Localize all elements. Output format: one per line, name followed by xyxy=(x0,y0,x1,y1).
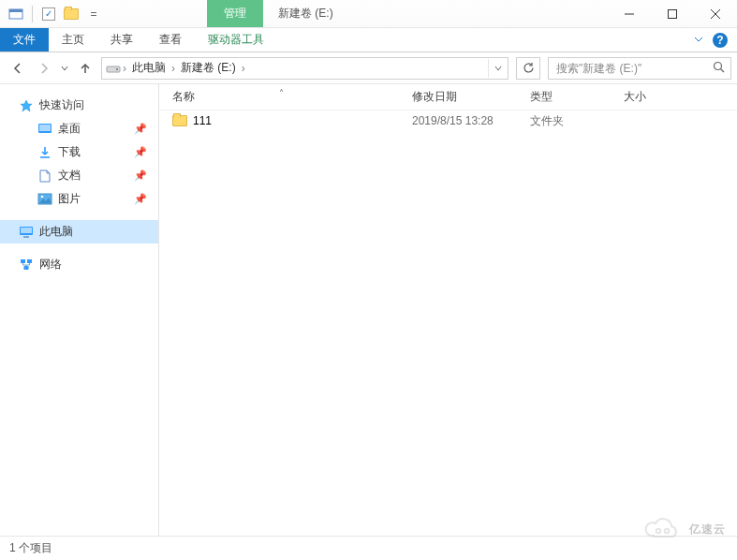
item-date: 2019/8/15 13:28 xyxy=(399,114,517,127)
properties-checkbox-icon[interactable]: ✓ xyxy=(38,4,59,24)
col-name-label: 名称 xyxy=(172,90,195,103)
qat-dropdown-icon[interactable]: = xyxy=(83,4,104,24)
nav-this-pc[interactable]: 此电脑 xyxy=(0,220,158,243)
col-date[interactable]: 修改日期 xyxy=(399,89,517,105)
nav-desktop[interactable]: 桌面 📌 xyxy=(0,117,158,140)
svg-rect-18 xyxy=(21,228,32,233)
nav-label: 此电脑 xyxy=(39,224,73,240)
nav-label: 图片 xyxy=(58,191,81,207)
column-headers: 名称 ˄ 修改日期 类型 大小 xyxy=(159,84,737,111)
nav-label: 桌面 xyxy=(58,121,81,137)
nav-quick-access[interactable]: 快速访问 xyxy=(0,94,158,117)
svg-rect-13 xyxy=(39,125,51,131)
tab-home[interactable]: 主页 xyxy=(49,28,97,52)
svg-rect-20 xyxy=(21,259,25,263)
minimize-button[interactable] xyxy=(608,0,651,28)
ribbon-expand-icon[interactable] xyxy=(694,34,703,47)
refresh-button[interactable] xyxy=(516,57,540,80)
sort-indicator-icon: ˄ xyxy=(279,88,284,98)
help-icon[interactable]: ? xyxy=(713,33,728,48)
pin-icon: 📌 xyxy=(134,169,147,182)
nav-network[interactable]: 网络 xyxy=(0,253,158,276)
nav-label: 网络 xyxy=(39,257,62,273)
titlebar: ✓ = 管理 新建卷 (E:) xyxy=(0,0,737,28)
svg-point-9 xyxy=(715,62,722,69)
navigation-pane: 快速访问 桌面 📌 下载 📌 xyxy=(0,84,159,536)
content-pane: 名称 ˄ 修改日期 类型 大小 111 2019/8/15 13:28 文件夹 xyxy=(159,84,737,536)
explorer-body: 快速访问 桌面 📌 下载 📌 xyxy=(0,84,737,536)
tab-view[interactable]: 查看 xyxy=(146,28,195,52)
svg-rect-1 xyxy=(9,9,22,12)
list-item[interactable]: 111 2019/8/15 13:28 文件夹 xyxy=(159,111,737,131)
recent-locations-dropdown[interactable] xyxy=(58,65,71,72)
item-type: 文件夹 xyxy=(517,113,611,129)
window-controls xyxy=(608,0,737,28)
svg-point-16 xyxy=(41,196,44,199)
breadcrumb[interactable]: › 此电脑 › 新建卷 (E:) › xyxy=(101,57,509,80)
watermark-text: 亿速云 xyxy=(689,522,726,538)
svg-rect-21 xyxy=(27,259,32,263)
status-bar: 1 个项目 xyxy=(0,536,737,560)
tab-drive-tools[interactable]: 驱动器工具 xyxy=(195,28,277,52)
watermark: 亿速云 xyxy=(642,517,726,541)
svg-point-23 xyxy=(656,529,661,534)
downloads-icon xyxy=(37,145,52,160)
breadcrumb-current[interactable]: 新建卷 (E:) xyxy=(177,60,240,76)
svg-marker-11 xyxy=(21,100,32,111)
file-list[interactable]: 111 2019/8/15 13:28 文件夹 xyxy=(159,111,737,536)
tab-file[interactable]: 文件 xyxy=(0,28,49,52)
pictures-icon xyxy=(37,192,52,207)
contextual-tab-label: 管理 xyxy=(207,0,263,27)
close-button[interactable] xyxy=(694,0,737,28)
window-title: 新建卷 (E:) xyxy=(263,0,348,27)
pin-icon: 📌 xyxy=(134,123,147,135)
cloud-icon xyxy=(642,517,684,541)
breadcrumb-root[interactable]: 此电脑 xyxy=(128,60,170,76)
nav-downloads[interactable]: 下载 📌 xyxy=(0,140,158,164)
svg-point-8 xyxy=(116,68,118,70)
nav-label: 下载 xyxy=(58,144,81,160)
nav-pictures[interactable]: 图片 📌 xyxy=(0,187,158,211)
address-dropdown-icon[interactable] xyxy=(488,59,507,78)
drive-icon xyxy=(106,61,121,76)
svg-line-10 xyxy=(721,68,725,72)
search-icon[interactable] xyxy=(713,61,725,76)
explorer-window: ✓ = 管理 新建卷 (E:) 文件 主页 共享 查看 驱动器工具 xyxy=(0,0,737,560)
nav-documents[interactable]: 文档 📌 xyxy=(0,164,158,187)
star-icon xyxy=(19,98,34,113)
up-button[interactable] xyxy=(73,56,97,81)
documents-icon xyxy=(37,169,52,184)
col-size[interactable]: 大小 xyxy=(611,89,737,105)
qat-folder-icon[interactable] xyxy=(61,4,81,24)
separator xyxy=(32,6,33,22)
network-icon xyxy=(19,258,34,273)
chevron-right-icon[interactable]: › xyxy=(170,62,177,75)
back-button[interactable] xyxy=(6,56,30,81)
app-icon xyxy=(6,4,26,24)
svg-rect-19 xyxy=(23,236,29,238)
search-input[interactable] xyxy=(554,61,725,76)
pin-icon: 📌 xyxy=(134,193,147,205)
search-box[interactable] xyxy=(548,57,731,80)
tab-share[interactable]: 共享 xyxy=(97,28,146,52)
address-bar-row: › 此电脑 › 新建卷 (E:) › xyxy=(0,52,737,84)
this-pc-icon xyxy=(19,225,34,240)
pin-icon: 📌 xyxy=(134,146,147,158)
svg-point-24 xyxy=(665,529,670,534)
col-type[interactable]: 类型 xyxy=(517,89,611,105)
chevron-right-icon[interactable]: › xyxy=(121,62,128,75)
ribbon-tabs: 文件 主页 共享 查看 驱动器工具 ? xyxy=(0,28,737,52)
svg-rect-22 xyxy=(24,266,29,270)
col-name[interactable]: 名称 ˄ xyxy=(159,89,399,105)
maximize-button[interactable] xyxy=(651,0,694,28)
item-name: 111 xyxy=(193,114,212,127)
forward-button[interactable] xyxy=(32,56,56,81)
quick-access-toolbar: ✓ = xyxy=(0,4,104,24)
status-count: 1 个项目 xyxy=(9,540,52,556)
nav-label: 快速访问 xyxy=(39,97,84,113)
chevron-right-icon[interactable]: › xyxy=(240,62,247,75)
nav-label: 文档 xyxy=(58,168,81,184)
svg-rect-3 xyxy=(669,9,677,18)
folder-icon xyxy=(172,113,187,128)
desktop-icon xyxy=(37,122,52,137)
